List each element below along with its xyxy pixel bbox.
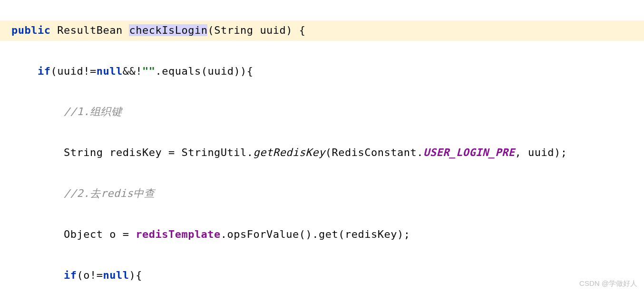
method-name-highlight: checkIsLogin (129, 24, 207, 36)
comment: //2.去redis中查 (64, 187, 155, 199)
watermark: CSDN @学做好人 (579, 276, 637, 290)
keyword-null: null (97, 65, 123, 77)
keyword-null: null (103, 269, 129, 281)
constant: USER_LOGIN_PRE (423, 146, 515, 158)
param-type: String (214, 24, 253, 36)
method-signature: public ResultBean checkIsLogin(String uu… (0, 20, 644, 41)
param-name: uuid (260, 24, 286, 36)
field-ref: redisTemplate (136, 228, 221, 240)
code-block: public ResultBean checkIsLogin(String uu… (0, 0, 644, 293)
code-line-3: //1.组织键 (11, 102, 644, 122)
code-line-7: if(o!=null){ (11, 265, 644, 286)
static-method: getRedisKey (254, 146, 325, 158)
keyword-if: if (64, 269, 77, 281)
return-type: ResultBean (57, 24, 122, 36)
comment: //1.组织键 (64, 106, 122, 117)
code-line-5: //2.去redis中查 (11, 184, 644, 204)
string-literal: "" (142, 65, 156, 77)
open-brace: { (299, 24, 306, 36)
code-line-2: if(uuid!=null&&!"".equals(uuid)){ (11, 61, 644, 82)
code-line-4: String redisKey = StringUtil.getRedisKey… (11, 143, 644, 163)
code-line-6: Object o = redisTemplate.opsForValue().g… (11, 225, 644, 245)
keyword-if: if (38, 65, 51, 77)
keyword-public: public (11, 24, 50, 36)
